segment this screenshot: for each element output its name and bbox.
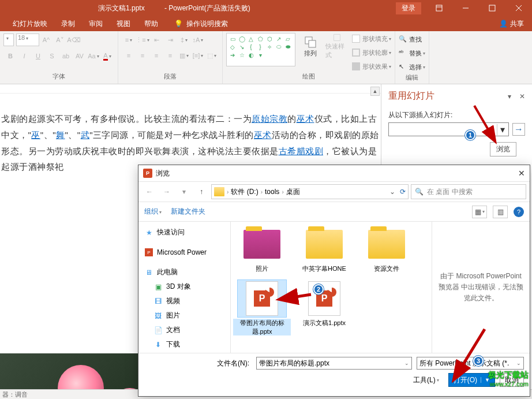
- tab-slideshow[interactable]: 幻灯片放映: [6, 16, 54, 31]
- source-input[interactable]: ▾: [388, 122, 509, 136]
- clear-format-icon[interactable]: A⌫: [67, 33, 81, 47]
- file-ppt-presentation1[interactable]: P 演示文稿1.pptx: [295, 279, 353, 335]
- go-button[interactable]: →: [512, 123, 525, 136]
- underline-icon[interactable]: U: [31, 49, 45, 63]
- nav-downloads[interactable]: ⬇下载: [141, 337, 228, 352]
- folder-resources[interactable]: 资源文件: [358, 225, 415, 273]
- font-family-dropdown[interactable]: [3, 33, 14, 46]
- text-direction-icon[interactable]: ↕A: [191, 33, 205, 47]
- tab-record[interactable]: 录制: [54, 16, 82, 31]
- align-text-icon[interactable]: [≡]: [191, 49, 205, 62]
- maximize-icon[interactable]: [479, 0, 505, 16]
- nav-3d-objects[interactable]: ▣3D 对象: [141, 279, 228, 294]
- crumb-refresh-icon[interactable]: ⟳: [400, 188, 406, 196]
- open-button[interactable]: 打开(O)▼: [448, 373, 495, 387]
- dialog-close-icon[interactable]: ✕: [518, 169, 525, 178]
- link-7[interactable]: 古希腊戏剧: [279, 146, 324, 156]
- dialog-nav-pane: ★快速访问 PMicrosoft Power 🖥此电脑 ▣3D 对象 🎞视频 🖼…: [138, 222, 231, 353]
- tab-view[interactable]: 视图: [110, 16, 137, 31]
- nav-videos[interactable]: 🎞视频: [141, 294, 228, 308]
- link-2[interactable]: 巫术: [297, 114, 314, 124]
- pane-menu-icon[interactable]: ▾: [508, 92, 511, 100]
- char-spacing-icon[interactable]: AV: [73, 49, 87, 63]
- new-folder-button[interactable]: 新建文件夹: [171, 207, 205, 217]
- nav-quick-access[interactable]: ★快速访问: [141, 225, 228, 240]
- tools-dropdown[interactable]: 工具(L): [409, 373, 444, 387]
- select-button[interactable]: ↖选择: [399, 61, 425, 73]
- strike-icon[interactable]: S: [45, 49, 59, 63]
- shapes-gallery[interactable]: ▭◯△⬠⬡↗ ▱◇↘{}✧ ⬭⬬➔☆◐▾: [226, 33, 295, 66]
- minimize-icon[interactable]: [452, 0, 479, 16]
- source-dropdown-icon[interactable]: ▾: [497, 124, 507, 135]
- nav-forward-icon[interactable]: →: [159, 184, 174, 199]
- link-4[interactable]: 舞: [56, 130, 65, 140]
- cancel-button[interactable]: 取消: [500, 373, 524, 387]
- smartart-icon[interactable]: ⬚: [205, 49, 219, 62]
- arrange-button[interactable]: 排列: [299, 33, 322, 59]
- preview-toggle-button[interactable]: ▥: [493, 206, 508, 218]
- crumb-drive[interactable]: 软件 (D:): [231, 187, 258, 197]
- columns-icon[interactable]: ▥: [177, 49, 191, 62]
- organize-button[interactable]: 组织: [144, 207, 162, 217]
- scroll-up-button[interactable]: ▲: [370, 87, 380, 96]
- line-spacing-icon[interactable]: ‡: [177, 33, 191, 47]
- bullets-icon[interactable]: ≡: [122, 33, 136, 47]
- ribbon-options-icon[interactable]: [426, 0, 452, 16]
- slide-text-content[interactable]: 戈剧的起源实不可考，有多种假说。比较主流的看法有二：一为原始宗教的巫术仪式，比如…: [0, 94, 381, 175]
- find-button[interactable]: 🔍查找: [399, 33, 422, 46]
- font-size-dropdown[interactable]: 18: [16, 33, 39, 46]
- tell-me-search[interactable]: 💡 操作说明搜索: [174, 19, 228, 29]
- link-5[interactable]: 武: [81, 130, 90, 140]
- breadcrumb[interactable]: › 软件 (D:) › tools › 桌面 ⌄ ⟳: [211, 184, 409, 199]
- numbering-icon[interactable]: ⋮≡: [136, 33, 149, 47]
- align-center-icon[interactable]: ≡: [136, 49, 149, 62]
- nav-this-pc[interactable]: 🖥此电脑: [141, 265, 228, 279]
- bold-icon[interactable]: B: [3, 49, 17, 63]
- pane-close-icon[interactable]: ✕: [519, 92, 525, 100]
- nav-recent-icon[interactable]: ▾: [177, 184, 192, 199]
- nav-up-icon[interactable]: ↑: [194, 184, 209, 199]
- outdent-icon[interactable]: ⇤: [149, 33, 163, 47]
- file-ppt-layout[interactable]: P 带图片布局的标题.pptx: [233, 279, 291, 335]
- file-list[interactable]: 照片 中英字幕HONE 资源文件 P 带图片布局的标题.pptx P 演示文稿1…: [231, 222, 432, 353]
- browse-button[interactable]: 浏览: [490, 142, 516, 156]
- align-left-icon[interactable]: ≡: [122, 49, 136, 62]
- nav-pictures[interactable]: 🖼图片: [141, 308, 228, 323]
- crumb-desktop[interactable]: 桌面: [286, 187, 300, 197]
- nav-ms-powerpoint[interactable]: PMicrosoft Power: [141, 245, 228, 259]
- align-right-icon[interactable]: ≡: [149, 49, 163, 62]
- decrease-font-icon[interactable]: A˅: [53, 33, 67, 47]
- link-3[interactable]: 巫: [31, 130, 40, 140]
- tab-review[interactable]: 审阅: [82, 16, 110, 31]
- font-color-icon[interactable]: A: [100, 49, 114, 63]
- italic-icon[interactable]: I: [17, 49, 31, 63]
- quick-styles-button[interactable]: 快速样式: [325, 33, 349, 59]
- tab-help[interactable]: 帮助: [137, 16, 165, 31]
- shape-fill-button[interactable]: 形状填充: [352, 33, 391, 44]
- link-6[interactable]: 巫术: [254, 130, 272, 140]
- filename-input[interactable]: 带图片布局的标题.pptx⌄: [256, 357, 412, 370]
- increase-font-icon[interactable]: A^: [39, 33, 53, 47]
- help-icon[interactable]: ?: [514, 207, 524, 217]
- open-split-icon[interactable]: ▼: [481, 377, 490, 383]
- replace-button[interactable]: ᵃᵇ替换: [399, 47, 425, 59]
- shape-effects-button[interactable]: 形状效果: [352, 61, 391, 72]
- dialog-search-input[interactable]: 🔍 在 桌面 中搜索: [411, 184, 526, 199]
- file-type-dropdown[interactable]: 所有 PowerPoint 演示文稿 (*.⌄: [417, 357, 524, 370]
- indent-icon[interactable]: ⇥: [163, 33, 177, 47]
- nav-documents[interactable]: 📄文档: [141, 323, 228, 337]
- shape-outline-button[interactable]: 形状轮廓: [352, 47, 391, 58]
- nav-back-icon[interactable]: ←: [142, 184, 157, 199]
- folder-subtitle[interactable]: 中英字幕HONE: [295, 225, 353, 273]
- close-icon[interactable]: [505, 0, 532, 16]
- crumb-dropdown-icon[interactable]: ⌄: [389, 188, 395, 196]
- link-1[interactable]: 原始宗教: [252, 114, 287, 124]
- view-mode-button[interactable]: ▦: [472, 206, 487, 218]
- justify-icon[interactable]: ≡: [163, 49, 177, 62]
- shadow-icon[interactable]: ab: [59, 49, 73, 63]
- share-button[interactable]: 👤 共享: [499, 19, 524, 29]
- folder-photo[interactable]: 照片: [233, 225, 291, 273]
- crumb-tools[interactable]: tools: [265, 188, 279, 196]
- case-icon[interactable]: Aa: [87, 49, 100, 63]
- login-button[interactable]: 登录: [396, 2, 421, 14]
